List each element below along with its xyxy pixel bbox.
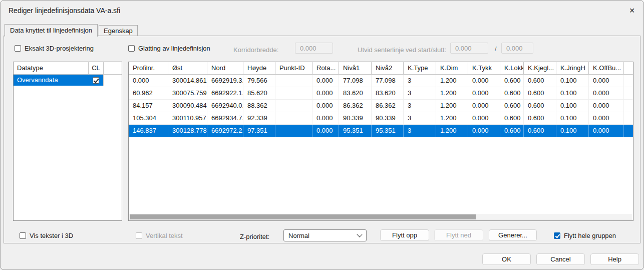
data-cell[interactable]: 1.200 xyxy=(436,87,468,99)
data-cell[interactable]: 300075.759 xyxy=(168,87,207,99)
data-cell[interactable] xyxy=(275,112,312,124)
data-cell[interactable]: 77.098 xyxy=(339,75,372,87)
cl-checkbox[interactable] xyxy=(93,77,99,84)
cl-cell[interactable] xyxy=(89,75,104,86)
data-cell[interactable]: 0.000 xyxy=(589,112,624,124)
data-cell[interactable]: 300110.957 xyxy=(168,112,207,124)
column-header[interactable]: Punkt-ID xyxy=(275,62,312,74)
data-cell[interactable]: 83.620 xyxy=(372,87,404,99)
datatype-row[interactable]: Overvanndata xyxy=(14,75,122,86)
data-cell[interactable] xyxy=(275,125,312,137)
data-cell[interactable]: 0.600 xyxy=(524,125,556,137)
column-header[interactable]: Nord xyxy=(207,62,243,74)
data-cell[interactable]: 0.600 xyxy=(524,100,556,112)
data-cell[interactable]: 1.200 xyxy=(436,125,468,137)
data-cell[interactable]: 92.339 xyxy=(243,112,275,124)
data-row[interactable]: 0.000300014.8616692919.3...79.5660.00077… xyxy=(129,75,633,87)
datatype-cell[interactable]: Overvanndata xyxy=(14,75,89,86)
glatting-checkbox[interactable] xyxy=(128,45,135,52)
data-cell[interactable]: 146.837 xyxy=(129,125,168,137)
data-cell[interactable]: 95.351 xyxy=(372,125,404,137)
data-cell[interactable]: 1.200 xyxy=(436,75,468,87)
column-header-datatype[interactable]: Datatype xyxy=(14,62,89,74)
data-cell[interactable]: 300128.778 xyxy=(168,125,207,137)
ok-button[interactable]: OK xyxy=(482,253,531,265)
data-cell[interactable]: 0.000 xyxy=(589,125,624,137)
data-cell[interactable]: 105.304 xyxy=(129,112,168,124)
data-cell[interactable]: 0.600 xyxy=(500,87,524,99)
tab-egenskap[interactable]: Egenskap xyxy=(99,25,138,36)
flytt-gruppen-checkbox[interactable] xyxy=(554,232,560,239)
cancel-button[interactable]: Cancel xyxy=(536,253,585,265)
column-header[interactable]: Rota... xyxy=(312,62,339,74)
data-row[interactable]: 105.304300110.9576692934.7...92.3390.000… xyxy=(129,112,633,125)
column-header[interactable]: Nivå1 xyxy=(339,62,372,74)
column-header[interactable]: K.Lokk... xyxy=(500,62,524,74)
data-cell[interactable]: 0.600 xyxy=(524,87,556,99)
scrollbar-thumb[interactable] xyxy=(130,214,476,219)
data-cell[interactable]: 0.000 xyxy=(312,87,339,99)
data-cell[interactable]: 97.351 xyxy=(243,125,275,137)
data-cell[interactable]: 0.100 xyxy=(556,100,589,112)
data-cell[interactable]: 0.000 xyxy=(312,125,339,137)
data-cell[interactable]: 0.000 xyxy=(468,87,500,99)
data-cell[interactable]: 0.100 xyxy=(556,87,589,99)
data-cell[interactable]: 1.200 xyxy=(436,100,468,112)
data-cell[interactable]: 3 xyxy=(404,87,436,99)
data-cell[interactable]: 0.000 xyxy=(468,125,500,137)
data-row[interactable]: 146.837300128.7786692972.2...97.3510.000… xyxy=(129,125,633,137)
data-cell[interactable]: 88.362 xyxy=(243,100,275,112)
data-cell[interactable]: 0.100 xyxy=(556,125,589,137)
data-cell[interactable]: 86.362 xyxy=(339,100,372,112)
data-cell[interactable]: 84.157 xyxy=(129,100,168,112)
data-cell[interactable]: 0.000 xyxy=(589,100,624,112)
data-cell[interactable]: 300014.861 xyxy=(168,75,207,87)
data-cell[interactable]: 95.351 xyxy=(339,125,372,137)
flytt-opp-button[interactable]: Flytt opp xyxy=(380,229,429,241)
data-cell[interactable]: 0.000 xyxy=(589,75,624,87)
column-header[interactable]: Høyde xyxy=(243,62,275,74)
data-cell[interactable]: 79.566 xyxy=(243,75,275,87)
data-cell[interactable]: 300090.484 xyxy=(168,100,207,112)
data-cell[interactable]: 90.339 xyxy=(372,112,404,124)
data-cell[interactable]: 0.100 xyxy=(556,75,589,87)
data-cell[interactable]: 0.600 xyxy=(524,75,556,87)
data-cell[interactable]: 0.000 xyxy=(589,87,624,99)
eksakt-3d-checkbox[interactable] xyxy=(15,45,21,52)
column-header[interactable]: K.Kjegl... xyxy=(524,62,556,74)
data-cell[interactable]: 3 xyxy=(404,112,436,124)
column-header[interactable]: K.Tykk xyxy=(468,62,500,74)
data-cell[interactable] xyxy=(275,100,312,112)
data-cell[interactable] xyxy=(275,75,312,87)
column-header[interactable]: K.Dim xyxy=(436,62,468,74)
data-cell[interactable]: 0.600 xyxy=(500,75,524,87)
data-cell[interactable]: 3 xyxy=(404,75,436,87)
data-cell[interactable]: 83.620 xyxy=(339,87,372,99)
data-cell[interactable]: 77.098 xyxy=(372,75,404,87)
vis-tekster-checkbox[interactable] xyxy=(20,232,26,239)
close-icon[interactable]: ✕ xyxy=(620,1,643,21)
data-cell[interactable]: 6692922.1... xyxy=(207,87,243,99)
data-cell[interactable]: 3 xyxy=(404,125,436,137)
data-cell[interactable]: 6692972.2... xyxy=(207,125,243,137)
column-header[interactable]: K.JringH xyxy=(556,62,589,74)
column-header[interactable]: Nivå2 xyxy=(372,62,404,74)
data-row[interactable]: 84.157300090.4846692940.0...88.3620.0008… xyxy=(129,100,633,112)
column-header-cl[interactable]: CL xyxy=(89,62,104,74)
data-cell[interactable]: 3 xyxy=(404,100,436,112)
data-cell[interactable]: 0.000 xyxy=(468,112,500,124)
data-cell[interactable]: 6692919.3... xyxy=(207,75,243,87)
data-cell[interactable]: 60.962 xyxy=(129,87,168,99)
data-cell[interactable]: 86.362 xyxy=(372,100,404,112)
tab-data-knyttet[interactable]: Data knyttet til linjedefinisjon xyxy=(5,24,98,37)
column-header[interactable]: Øst xyxy=(168,62,207,74)
data-cell[interactable]: 1.200 xyxy=(436,112,468,124)
data-cell[interactable]: 0.600 xyxy=(500,100,524,112)
data-cell[interactable]: 0.000 xyxy=(468,100,500,112)
data-cell[interactable]: 0.000 xyxy=(129,75,168,87)
horizontal-scrollbar[interactable] xyxy=(129,214,632,220)
column-header[interactable]: K.OffBu... xyxy=(589,62,624,74)
title-bar[interactable]: Rediger linjedefinisjonsdata VA-a.sfi ✕ xyxy=(1,1,643,21)
data-cell[interactable]: 90.339 xyxy=(339,112,372,124)
data-cell[interactable]: 6692940.0... xyxy=(207,100,243,112)
